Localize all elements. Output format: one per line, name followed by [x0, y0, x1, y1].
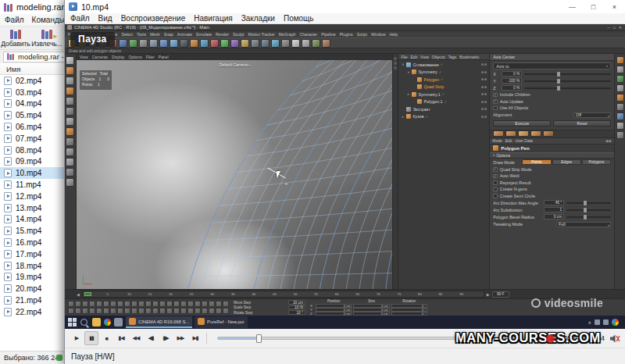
coordinate-field[interactable]: 0 cm — [353, 312, 389, 316]
player-control-button[interactable]: ▮▮ — [84, 331, 98, 345]
tweaking-mode-combo[interactable]: Full — [556, 222, 611, 227]
c4d-tool-icon[interactable] — [149, 39, 158, 48]
seek-bar-thumb[interactable] — [256, 334, 262, 343]
draw-mode-button[interactable]: Points — [522, 159, 551, 166]
palette-icon[interactable] — [188, 308, 194, 314]
palette-icon[interactable] — [131, 301, 138, 307]
object-tree-item[interactable]: ▾ Сглаживание — [398, 61, 489, 69]
snap-palette-icon[interactable] — [616, 131, 624, 139]
c4d-menu-item[interactable]: Plugins — [340, 32, 353, 37]
object-name[interactable]: Кузов — [412, 114, 423, 119]
palette-icon[interactable] — [166, 308, 173, 314]
c4d-menu-item[interactable]: Help — [389, 32, 398, 37]
checkbox[interactable] — [493, 106, 498, 111]
checkbox[interactable] — [493, 167, 498, 172]
object-manager-menu-item[interactable]: File — [401, 55, 407, 59]
timeline-playhead[interactable] — [84, 292, 91, 296]
c4d-menu-item[interactable]: MoGraph — [279, 32, 296, 37]
options-section-header[interactable]: Options — [490, 152, 614, 159]
visibility-dots-icon[interactable] — [481, 63, 490, 66]
c4d-tool-icon[interactable] — [302, 39, 310, 48]
attribute-menu-item[interactable]: Mode — [492, 138, 502, 143]
palette-icon[interactable] — [223, 308, 229, 314]
slider-value[interactable]: 0 % — [502, 85, 522, 91]
visibility-dots-icon[interactable] — [481, 71, 490, 73]
timeline-ruler[interactable]: 051015202530354045505560657075808590 — [82, 291, 484, 298]
expand-arrow-icon[interactable]: ▸ — [406, 92, 410, 96]
visibility-dots-icon[interactable] — [481, 93, 490, 95]
player-control-button[interactable]: ▮▶ — [159, 331, 173, 345]
palette-icon[interactable] — [173, 308, 180, 314]
timeline-next-icon[interactable]: ▶ — [487, 292, 490, 297]
option-value[interactable]: 1 — [544, 207, 564, 212]
snap-palette-icon[interactable] — [616, 56, 624, 64]
c4d-tool-icon[interactable] — [170, 39, 178, 48]
quantize-value[interactable]: 10 ° — [288, 310, 305, 315]
attribute-nav-arrows[interactable]: ◀ ▶ — [605, 139, 612, 143]
slider-track[interactable] — [524, 80, 611, 82]
quantize-value[interactable]: 10 % — [288, 305, 305, 310]
player-menu-item[interactable]: Навигация — [194, 14, 232, 23]
c4d-palette-icon[interactable] — [66, 158, 74, 166]
object-tree-item[interactable]: Polygon.1 — [398, 98, 489, 106]
viewport-menu-item[interactable]: Options — [128, 55, 141, 59]
attribute-menu-item[interactable]: User Data — [515, 138, 533, 143]
c4d-tool-icon[interactable] — [322, 39, 330, 48]
palette-icon[interactable] — [117, 308, 123, 314]
palette-icon[interactable] — [152, 301, 159, 307]
palette-icon[interactable] — [68, 301, 74, 307]
c4d-palette-icon[interactable] — [66, 107, 74, 116]
player-control-button[interactable]: ▮◀ — [114, 331, 128, 345]
c4d-palette-icon[interactable] — [66, 168, 74, 177]
palette-icon[interactable] — [216, 308, 222, 314]
player-control-button[interactable]: ▶▮ — [188, 331, 202, 345]
c4d-tool-icon[interactable] — [312, 39, 320, 48]
coordinate-field[interactable]: 0 cm — [316, 312, 352, 316]
visibility-dots-icon[interactable] — [481, 86, 490, 88]
axis-to-combo[interactable]: Axis to▾ — [493, 62, 611, 70]
palette-icon[interactable] — [138, 308, 145, 314]
object-manager-menu-item[interactable]: View — [420, 55, 429, 59]
c4d-palette-icon[interactable] — [66, 97, 74, 105]
slider-track[interactable] — [524, 87, 611, 89]
shelf-script-icon[interactable] — [505, 130, 516, 137]
snap-palette-icon[interactable] — [616, 103, 624, 111]
option-value[interactable]: 45 ° — [544, 200, 564, 205]
palette-icon[interactable] — [202, 308, 208, 314]
palette-icon[interactable] — [145, 301, 152, 307]
slider-value[interactable]: -100 % — [502, 78, 522, 84]
c4d-palette-icon[interactable] — [66, 127, 74, 136]
palette-icon[interactable] — [96, 308, 102, 314]
palette-icon[interactable] — [89, 308, 95, 314]
palette-icon[interactable] — [75, 301, 81, 307]
checkbox[interactable] — [493, 99, 498, 104]
palette-icon[interactable] — [124, 308, 130, 314]
checkbox[interactable] — [493, 93, 498, 98]
shelf-script-icon[interactable] — [518, 130, 529, 137]
c4d-menu-item[interactable]: Motion Tracker — [248, 32, 274, 37]
palette-icon[interactable] — [180, 301, 187, 307]
palette-icon[interactable] — [96, 301, 102, 307]
palette-icon[interactable] — [159, 308, 166, 314]
start-button-icon[interactable] — [68, 318, 77, 327]
c4d-tool-icon[interactable] — [291, 39, 300, 48]
browser-icon[interactable] — [104, 319, 111, 326]
checkbox[interactable] — [493, 187, 498, 192]
c4d-menu-item[interactable]: Render — [216, 32, 229, 37]
tool-option-checkbox-row[interactable]: Quad Strip Mode — [490, 166, 614, 173]
end-frame-box[interactable]: 90 F — [492, 291, 509, 298]
tray-chevron-icon[interactable]: ∧ — [588, 319, 591, 325]
slider-track[interactable] — [566, 216, 611, 218]
visibility-dots-icon[interactable] — [481, 78, 490, 80]
c4d-palette-icon[interactable] — [66, 148, 74, 156]
shelf-script-icon[interactable] — [530, 130, 541, 137]
object-manager-menu-item[interactable]: Bookmarks — [459, 55, 479, 59]
player-menu-item[interactable]: Файл — [70, 14, 90, 23]
enabled-check-icon[interactable] — [444, 100, 448, 104]
viewport-canvas[interactable]: Default Camera Selected TotalObjects 1 0… — [77, 60, 392, 289]
c4d-menu-item[interactable]: Pipeline — [321, 32, 335, 37]
palette-icon[interactable] — [188, 301, 194, 307]
c4d-menu-item[interactable]: Window — [371, 32, 385, 37]
c4d-tool-icon[interactable] — [180, 39, 188, 48]
snap-palette-icon[interactable] — [616, 122, 624, 130]
